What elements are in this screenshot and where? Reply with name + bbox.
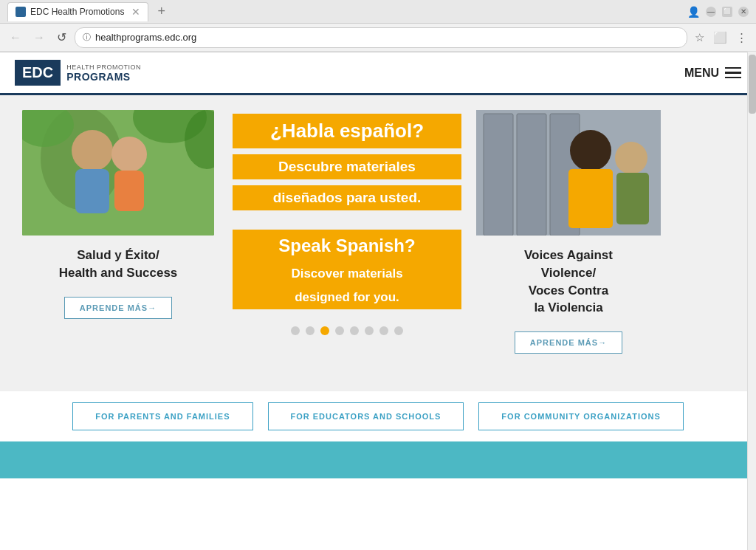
secure-icon: ⓘ: [83, 32, 91, 43]
scrollbar[interactable]: [747, 52, 756, 550]
back-btn[interactable]: ←: [6, 30, 25, 46]
browser-chrome: EDC Health Promotions ✕ + 👤 — ⬜ ✕ ← → ↺ …: [0, 0, 756, 52]
website: EDC HEALTH PROMOTION PROGRAMS MENU: [0, 52, 756, 478]
carousel-dot-4[interactable]: [335, 326, 344, 335]
svg-rect-16: [568, 169, 613, 228]
bottom-nav: FOR PARENTS AND FAMILIES FOR EDUCATORS A…: [0, 391, 756, 441]
logo-text: HEALTH PROMOTION PROGRAMS: [66, 63, 141, 83]
new-tab-btn[interactable]: +: [153, 4, 170, 19]
site-header: EDC HEALTH PROMOTION PROGRAMS MENU: [0, 52, 756, 95]
site-footer: [0, 441, 756, 478]
title-bar-right: 👤 — ⬜ ✕: [687, 6, 749, 18]
svg-point-0: [17, 8, 24, 16]
logo: EDC HEALTH PROMOTION PROGRAMS: [15, 60, 141, 86]
svg-point-17: [615, 142, 647, 174]
carousel-dot-8[interactable]: [394, 326, 403, 335]
carousel-dot-6[interactable]: [365, 326, 374, 335]
minimize-btn[interactable]: —: [706, 7, 716, 17]
hero-left-btn[interactable]: APRENDE MÁS→: [64, 297, 172, 319]
hero-right-image: [476, 110, 661, 236]
spanish-banner: ¿Habla español?: [233, 114, 461, 148]
spanish-line2: Descubre materiales: [233, 154, 461, 179]
svg-rect-6: [114, 171, 144, 211]
educators-schools-btn[interactable]: FOR EDUCATORS AND SCHOOLS: [268, 402, 464, 430]
svg-rect-12: [484, 114, 513, 236]
user-icon: 👤: [687, 6, 700, 18]
svg-point-5: [111, 137, 147, 172]
logo-edc-block: EDC: [15, 60, 61, 86]
svg-rect-4: [75, 169, 109, 213]
speak-line2: Discover materials: [233, 262, 461, 286]
tab-close-btn[interactable]: ✕: [131, 6, 140, 18]
carousel-dot-3[interactable]: [320, 326, 329, 335]
menu-label: MENU: [684, 66, 719, 80]
nav-actions: ☆ ⬜ ⋮: [692, 30, 750, 46]
hero-right-column: Voices AgainstViolence/Voces Contrala Vi…: [472, 110, 664, 354]
title-bar-left: EDC Health Promotions ✕ +: [7, 2, 170, 21]
logo-text-top: HEALTH PROMOTION: [66, 63, 141, 71]
browser-tab[interactable]: EDC Health Promotions ✕: [7, 2, 148, 21]
hero-right-btn[interactable]: APRENDE MÁS→: [515, 331, 622, 354]
svg-rect-18: [616, 173, 649, 224]
speak-line1: Speak Spanish?: [278, 236, 415, 255]
tab-favicon: [16, 7, 26, 17]
hero-right-caption-container: Voices AgainstViolence/Voces Contrala Vi…: [524, 247, 613, 317]
refresh-btn[interactable]: ↺: [53, 29, 70, 46]
hero-left-image: [22, 110, 214, 236]
tab-title: EDC Health Promotions: [30, 7, 124, 17]
carousel-dot-1[interactable]: [291, 326, 300, 335]
spanish-line3: diseñados para usted.: [233, 185, 461, 210]
logo-text-bottom: PROGRAMS: [66, 71, 141, 83]
speak-banner: Speak Spanish? Discover materials design…: [233, 224, 461, 309]
speak-banner-inner: Speak Spanish?: [233, 230, 461, 262]
title-bar: EDC Health Promotions ✕ + 👤 — ⬜ ✕: [0, 0, 756, 24]
address-bar[interactable]: ⓘ healthprograms.edc.org: [75, 27, 687, 48]
hamburger-icon: [725, 67, 741, 79]
hero-left-caption-container: Salud y Éxito/Health and Success: [59, 247, 178, 282]
svg-point-3: [72, 130, 113, 171]
scrollbar-thumb[interactable]: [749, 55, 756, 114]
carousel-dot-7[interactable]: [379, 326, 388, 335]
maximize-btn[interactable]: ⬜: [722, 7, 732, 17]
bookmark-btn[interactable]: ☆: [692, 30, 707, 46]
carousel-dot-2[interactable]: [306, 326, 315, 335]
spanish-line1: ¿Habla español?: [270, 120, 424, 142]
extension-btn[interactable]: ⬜: [710, 30, 730, 46]
menu-button[interactable]: MENU: [684, 66, 741, 80]
close-btn[interactable]: ✕: [738, 7, 749, 17]
svg-rect-13: [517, 114, 546, 236]
svg-point-15: [570, 130, 611, 171]
hero-right-caption: Voices AgainstViolence/Voces Contrala Vi…: [524, 247, 613, 317]
parents-families-btn[interactable]: FOR PARENTS AND FAMILIES: [72, 402, 252, 430]
hero-center-column: ¿Habla español? Descubre materiales dise…: [233, 110, 461, 335]
hero-left-caption: Salud y Éxito/Health and Success: [59, 247, 178, 282]
hero-section: Salud y Éxito/Health and Success APRENDE…: [0, 95, 756, 391]
forward-btn[interactable]: →: [30, 30, 49, 46]
more-btn[interactable]: ⋮: [733, 30, 750, 46]
carousel-dots: [291, 326, 403, 335]
community-orgs-btn[interactable]: FOR COMMUNITY ORGANIZATIONS: [478, 402, 683, 430]
carousel-dot-5[interactable]: [350, 326, 359, 335]
url-text: healthprograms.edc.org: [95, 32, 679, 43]
nav-bar: ← → ↺ ⓘ healthprograms.edc.org ☆ ⬜ ⋮: [0, 24, 756, 52]
speak-line3: designed for you.: [233, 286, 461, 309]
hero-left-column: Salud y Éxito/Health and Success APRENDE…: [15, 110, 221, 319]
